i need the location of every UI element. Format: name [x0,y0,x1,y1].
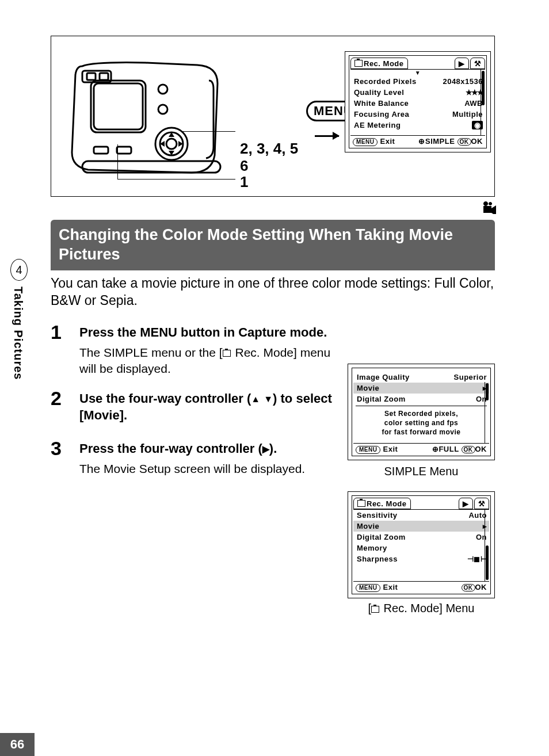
lcd-row: White BalanceAWB [350,98,485,109]
camera-icon [223,350,231,357]
zoom-icon: ⊕ [432,445,439,453]
lcd-rec-mode-top: Rec. Mode ▶ ⚒ ▼ Recorded Pixels2048x1536… [345,51,491,152]
chapter-label: Taking Pictures [12,287,25,380]
step-item: 1 Press the MENU button in Capture mode.… [51,321,338,377]
down-triangle-icon: ▼ [264,394,273,406]
lcd-footer: MENU Exit ⊕SIMPLE OKOK [350,135,485,147]
callout-line [117,144,118,179]
callout-line [117,179,235,180]
lcd-footer: MENU Exit OKOK [353,581,489,593]
intro-paragraph: You can take a movie picture in one of t… [51,275,495,310]
callout-line [182,131,235,132]
menu-pill: MENU [353,138,378,146]
lcd-caption-rec: [ Rec. Mode] Menu [348,602,495,615]
movie-mode-icon [482,201,497,217]
menu-pill: MENU [356,584,380,592]
zoom-icon: ⊕ [418,137,425,146]
lcd-tab-row: Rec. Mode ▶ ⚒ [350,57,485,70]
step-description: The Movie Setup screen will be displayed… [79,461,305,477]
step-item: 3 Press the four-way controller (▶). The… [51,437,338,477]
page-number: 66 [0,733,35,756]
lcd-hint-text: Set Recorded pixels, color setting and f… [353,407,489,439]
lcd-tab-title: Rec. Mode [364,59,404,68]
callout-steps-a: 2, 3, 4, 5 [240,140,298,158]
svg-point-9 [166,139,177,149]
lcd-row: SensitivityAuto [353,510,489,521]
svg-point-5 [158,85,167,94]
lcd-row-selected: Movie▸ [353,383,489,394]
lcd-row: Sharpness⊣◼⊢ [353,553,489,564]
lcd-tab-row: Rec. Mode ▶ ⚒ [353,497,489,510]
step-number: 1 [51,321,79,377]
lcd-rec-mode-menu: Rec. Mode ▶ ⚒ SensitivityAuto Movie▸ Dig… [348,491,495,598]
lcd-tab-active: Rec. Mode [350,58,408,69]
lcd-scrollbar [481,70,485,135]
lcd-row: Memory [353,543,489,553]
setup-tab-icon: ⚒ [470,58,486,69]
step-description: The SIMPLE menu or the [ Rec. Mode] menu… [79,345,338,377]
sharpness-slider-icon: ⊣◼⊢ [467,555,487,563]
callout-steps-b: 6 [240,157,248,175]
lcd-row: AE Metering◉ [350,120,485,131]
up-triangle-icon: ▲ [251,394,260,406]
ok-pill: OK [462,584,475,591]
step-number: 2 [51,387,79,427]
play-tab-icon: ▶ [455,58,469,69]
ok-pill: OK [458,138,471,146]
lcd-row: Quality Level★★★ [350,87,485,98]
step-number: 3 [51,437,79,477]
camera-icon [357,500,365,507]
play-tab-icon: ▶ [459,498,473,509]
step-item: 2 Use the four-way controller (▲ ▼) to s… [51,387,338,427]
lcd-simple-menu: Image QualitySuperior Movie▸ Digital Zoo… [348,364,495,460]
steps-list: 1 Press the MENU button in Capture mode.… [51,311,338,477]
lcd-row: Focusing AreaMultiple [350,109,485,120]
svg-rect-11 [117,147,131,154]
chapter-number-badge: 4 [10,259,28,281]
manual-page: 4 Taking Pictures [0,0,549,756]
callout-step-c: 1 [240,173,248,191]
menu-pill: MENU [356,446,380,454]
camera-icon [371,606,379,613]
lcd-row: Recorded Pixels2048x1536 [350,76,485,87]
lcd-row: Image QualitySuperior [353,372,489,383]
step-instruction: Press the MENU button in Capture mode. [79,324,338,341]
svg-rect-3 [87,73,96,80]
right-triangle-icon: ▶ [262,444,269,456]
lcd-row: Digital ZoomOn [353,532,489,543]
step-instruction: Press the four-way controller (▶). [79,441,305,457]
svg-rect-10 [94,147,108,154]
chevron-down-icon: ▼ [350,70,485,76]
lcd-tab-title: Rec. Mode [367,499,407,508]
camera-icon [354,60,363,67]
lcd-row-selected: Movie▸ [353,521,489,532]
svg-rect-0 [91,81,146,132]
lcd-row: Digital ZoomOn [353,394,489,404]
lcd-scrollbar [485,382,489,443]
ok-pill: OK [462,446,475,453]
illustration-panel: MENU 2, 3, 4, 5 6 1 Rec. Mode ▶ ⚒ ▼ Reco… [51,36,495,197]
lcd-caption-simple: SIMPLE Menu [348,465,495,478]
step-instruction: Use the four-way controller (▲ ▼) to sel… [79,391,338,423]
lcd-scrollbar [485,510,489,581]
svg-point-6 [158,105,167,114]
svg-rect-1 [94,83,143,129]
arrow-right-icon [315,121,339,141]
lcd-footer: MENU Exit ⊕FULL OKOK [353,443,489,455]
camera-illustration [59,49,232,193]
lcd-tab-active: Rec. Mode [353,498,411,509]
svg-rect-4 [100,73,108,80]
setup-tab-icon: ⚒ [474,498,490,509]
section-heading: Changing the Color Mode Setting When Tak… [51,220,495,270]
